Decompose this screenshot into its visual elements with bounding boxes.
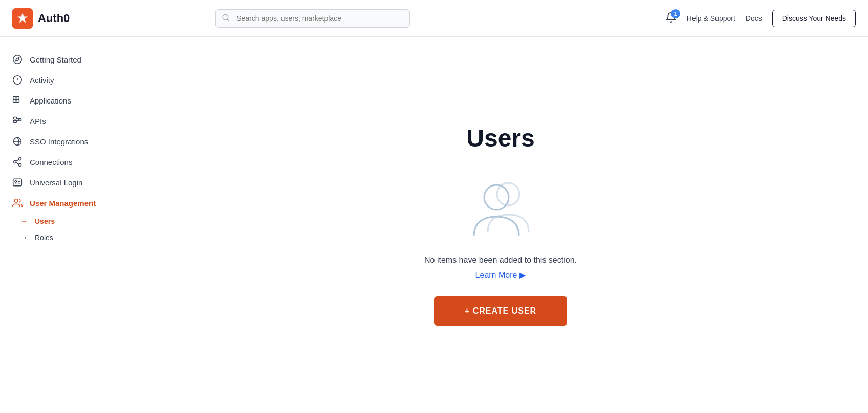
applications-icon bbox=[12, 95, 23, 106]
main-content: Users No items have been added to this s… bbox=[133, 37, 868, 413]
users-illustration bbox=[460, 173, 541, 241]
svg-point-5 bbox=[13, 55, 22, 64]
sidebar-item-activity[interactable]: Activity bbox=[0, 70, 133, 90]
auth0-logo-icon bbox=[12, 8, 33, 29]
header: Auth0 1 Help & Support Docs Discuss Your… bbox=[0, 0, 868, 37]
users-empty-icon bbox=[460, 173, 541, 239]
sidebar-label-user-management: User Management bbox=[30, 199, 96, 208]
search-input[interactable] bbox=[215, 9, 410, 28]
logo-text: Auth0 bbox=[38, 12, 70, 25]
sidebar-item-apis[interactable]: APIs bbox=[0, 111, 133, 131]
sidebar-item-getting-started[interactable]: Getting Started bbox=[0, 49, 133, 70]
sidebar-sub-item-roles[interactable]: → Roles bbox=[0, 230, 133, 246]
svg-point-20 bbox=[19, 158, 21, 160]
layout: Getting Started Activity bbox=[0, 37, 868, 413]
sidebar-label-sso: SSO Integrations bbox=[30, 137, 88, 146]
svg-line-24 bbox=[16, 159, 19, 161]
notification-badge: 1 bbox=[671, 9, 680, 18]
activity-icon bbox=[12, 75, 23, 85]
sidebar-label-getting-started: Getting Started bbox=[30, 55, 81, 64]
svg-rect-10 bbox=[13, 97, 16, 100]
svg-line-23 bbox=[16, 162, 19, 164]
header-right: 1 Help & Support Docs Discuss Your Needs bbox=[665, 10, 856, 27]
create-user-button[interactable]: + CREATE USER bbox=[434, 296, 567, 326]
notification-bell[interactable]: 1 bbox=[665, 12, 677, 25]
sidebar-item-applications[interactable]: Applications bbox=[0, 90, 133, 111]
learn-more-arrow-icon: ▶ bbox=[519, 270, 526, 280]
sidebar-label-activity: Activity bbox=[30, 76, 54, 85]
empty-message: No items have been added to this section… bbox=[424, 256, 577, 265]
apis-icon bbox=[12, 116, 23, 126]
sidebar-item-sso[interactable]: SSO Integrations bbox=[0, 131, 133, 152]
sidebar-label-apis: APIs bbox=[30, 117, 46, 126]
sidebar: Getting Started Activity bbox=[0, 37, 133, 413]
sidebar-item-user-management[interactable]: User Management bbox=[0, 193, 133, 213]
help-support-link[interactable]: Help & Support bbox=[687, 14, 735, 23]
user-management-icon bbox=[12, 198, 23, 208]
sidebar-sub-item-users[interactable]: → Users bbox=[0, 213, 133, 230]
svg-point-30 bbox=[14, 199, 18, 203]
compass-icon bbox=[12, 54, 23, 65]
svg-rect-14 bbox=[14, 117, 17, 119]
search-icon bbox=[222, 13, 230, 23]
svg-point-32 bbox=[484, 185, 509, 210]
svg-rect-11 bbox=[16, 97, 19, 100]
arrow-right-active-icon: → bbox=[20, 217, 28, 225]
svg-rect-13 bbox=[16, 99, 19, 102]
sidebar-item-universal-login[interactable]: Universal Login bbox=[0, 172, 133, 193]
svg-rect-25 bbox=[13, 179, 22, 185]
discuss-needs-button[interactable]: Discuss Your Needs bbox=[772, 10, 856, 27]
svg-point-21 bbox=[14, 161, 16, 163]
sidebar-sub-label-roles: Roles bbox=[35, 234, 53, 242]
logo: Auth0 bbox=[12, 8, 84, 29]
sidebar-label-universal-login: Universal Login bbox=[30, 178, 82, 187]
docs-link[interactable]: Docs bbox=[746, 14, 762, 23]
arrow-right-icon: → bbox=[20, 234, 28, 242]
svg-line-4 bbox=[227, 19, 229, 20]
svg-point-22 bbox=[19, 163, 21, 166]
svg-marker-6 bbox=[15, 57, 19, 61]
universal-login-icon bbox=[12, 177, 23, 188]
sidebar-sub-label-users: Users bbox=[35, 217, 55, 225]
svg-rect-15 bbox=[14, 120, 17, 122]
connections-icon bbox=[12, 157, 23, 167]
sidebar-label-applications: Applications bbox=[30, 96, 71, 105]
svg-rect-12 bbox=[13, 99, 16, 102]
learn-more-link[interactable]: Learn More ▶ bbox=[475, 270, 526, 280]
sidebar-label-connections: Connections bbox=[30, 158, 72, 167]
page-title: Users bbox=[466, 124, 534, 152]
sso-icon bbox=[12, 136, 23, 147]
learn-more-label: Learn More bbox=[475, 271, 517, 280]
svg-rect-26 bbox=[15, 181, 16, 182]
search-bar bbox=[215, 9, 410, 28]
sidebar-item-connections[interactable]: Connections bbox=[0, 152, 133, 172]
